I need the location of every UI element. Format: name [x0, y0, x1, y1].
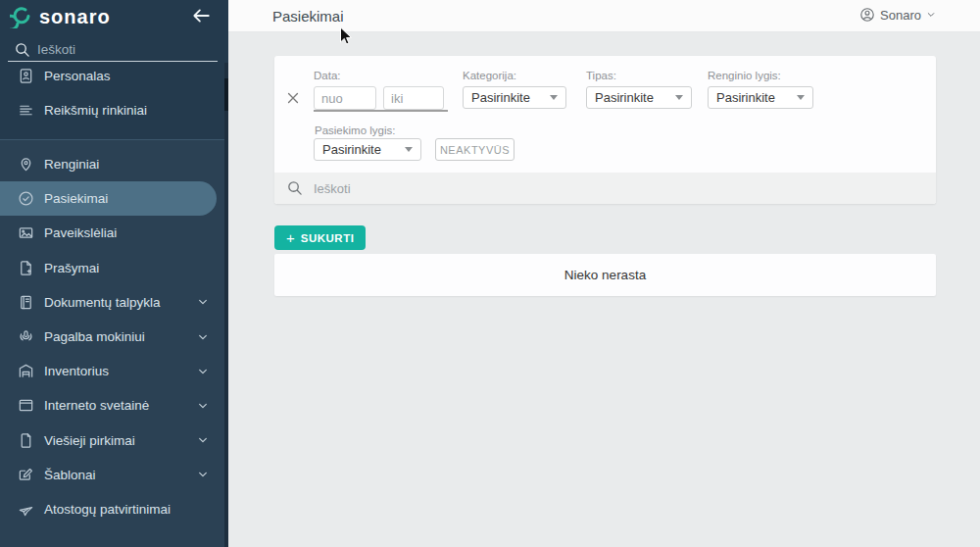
sidebar-item-label: Viešieji pirkimai [44, 433, 135, 448]
sidebar-scroll-upper: Personalas Reikšmių rinkiniai [0, 63, 224, 139]
search-underline [8, 61, 218, 62]
sidebar-item-paveiksleliai[interactable]: Paveikslėliai [0, 216, 224, 250]
check-circle-icon [18, 190, 34, 207]
app-window: sonaro Personalas Reikšmių rinkiniai Ren… [0, 0, 980, 547]
type-select-value: Pasirinkite [595, 90, 654, 105]
event-level-select-value: Pasirinkite [716, 90, 775, 105]
sidebar-item-label: Pasiekimai [44, 191, 108, 206]
warehouse-icon [18, 363, 34, 379]
user-menu[interactable]: Sonaro [859, 7, 936, 23]
sidebar-menu: Renginiai Pasiekimai Paveikslėliai Prašy… [0, 147, 224, 526]
sidebar-item-pasiekimai[interactable]: Pasiekimai [0, 181, 217, 216]
support-icon [18, 328, 34, 345]
user-name: Sonaro [880, 8, 921, 23]
id-badge-icon [18, 68, 34, 84]
date-range-group [314, 86, 444, 110]
sidebar-scrollbar-thumb[interactable] [224, 78, 228, 111]
caret-down-icon [550, 95, 558, 100]
date-from-input[interactable] [314, 86, 376, 110]
search-icon [14, 41, 30, 58]
achievement-level-select-value: Pasirinkite [322, 142, 381, 157]
caret-down-icon [675, 95, 683, 100]
chevron-down-icon [197, 366, 209, 377]
sidebar-item-sablonai[interactable]: Šablonai [0, 458, 224, 492]
image-icon [18, 224, 34, 241]
event-level-select[interactable]: Pasirinkite [708, 86, 813, 109]
sidebar-scrollbar-track[interactable] [224, 63, 228, 547]
sidebar-search-input[interactable] [37, 37, 214, 61]
category-select-value: Pasirinkite [471, 90, 530, 105]
filter-panel: Data: Kategorija: Pasirinkite Tipas: Pas… [274, 56, 936, 204]
sidebar-item-label: Reikšmių rinkiniai [44, 103, 147, 118]
sidebar-item-interneto-svetaine[interactable]: Interneto svetainė [0, 388, 224, 423]
category-select[interactable]: Pasirinkite [463, 86, 566, 109]
date-range-underline [314, 110, 448, 112]
chevron-down-icon [197, 331, 209, 343]
app-logo: sonaro [10, 5, 111, 28]
inactive-toggle-button[interactable]: NEAKTYVŪS [435, 138, 514, 161]
sidebar-item-prasymai[interactable]: Prašymai [0, 251, 224, 285]
achievement-level-filter-label: Pasiekimo lygis: [315, 124, 395, 136]
achievement-level-select[interactable]: Pasirinkite [314, 138, 421, 161]
sidebar-item-label: Personalas [44, 69, 111, 83]
date-to-input[interactable] [383, 86, 444, 110]
chevron-down-icon [197, 434, 209, 446]
edit-icon [18, 467, 34, 483]
document-icon [18, 432, 34, 449]
browser-icon [18, 397, 34, 414]
plus-icon: + [286, 230, 295, 245]
create-button[interactable]: + SUKURTI [274, 225, 366, 250]
sidebar-item-viesieji-pirkimai[interactable]: Viešieji pirkimai [0, 423, 224, 458]
sidebar-item-label: Šablonai [44, 468, 96, 482]
empty-state-message: Nieko nerasta [564, 268, 646, 282]
sidebar-item-label: Interneto svetainė [44, 398, 149, 413]
sidebar: sonaro Personalas Reikšmių rinkiniai Ren… [0, 0, 228, 547]
search-icon [286, 179, 303, 196]
content-area: Data: Kategorija: Pasirinkite Tipas: Pas… [228, 32, 980, 547]
chevron-down-icon [926, 10, 936, 20]
page-title: Pasiekimai [272, 8, 344, 25]
plane-icon [18, 501, 34, 518]
results-empty-card: Nieko nerasta [274, 254, 936, 296]
sidebar-divider [0, 139, 224, 140]
results-search-input[interactable] [314, 175, 902, 201]
results-search-bar[interactable] [274, 173, 936, 204]
caret-down-icon [405, 147, 413, 152]
sonaro-logo-icon [10, 5, 33, 28]
map-pin-icon [18, 156, 34, 173]
type-filter-label: Tipas: [586, 70, 616, 81]
chevron-down-icon [197, 469, 209, 480]
list-icon [18, 102, 34, 119]
notebook-icon [18, 294, 34, 311]
sidebar-item-atostogu-patvirtinimai[interactable]: Atostogų patvirtinimai [0, 492, 224, 526]
create-button-label: SUKURTI [301, 232, 355, 244]
event-level-filter-label: Renginio lygis: [708, 70, 781, 81]
caret-down-icon [797, 95, 805, 100]
collapse-sidebar-arrow-icon[interactable] [191, 6, 211, 25]
sidebar-search[interactable] [8, 37, 218, 63]
file-plus-icon [18, 260, 34, 276]
sidebar-item-dokumentu-talpykla[interactable]: Dokumentų talpykla [0, 285, 224, 320]
sidebar-item-pagalba-mokiniui[interactable]: Pagalba mokiniui [0, 320, 224, 354]
sidebar-item-label: Pagalba mokiniui [44, 329, 145, 344]
type-select[interactable]: Pasirinkite [586, 86, 692, 109]
logo-row: sonaro [0, 0, 228, 33]
sidebar-item-label: Dokumentų talpykla [44, 295, 161, 310]
chevron-down-icon [197, 400, 209, 412]
sidebar-item-renginiai[interactable]: Renginiai [0, 147, 224, 181]
sidebar-item-label: Prašymai [44, 261, 99, 275]
sidebar-item-label: Atostogų patvirtinimai [44, 502, 171, 517]
sidebar-item-label: Paveikslėliai [44, 225, 117, 240]
sidebar-item-label: Renginiai [44, 157, 99, 172]
topbar: Pasiekimai Sonaro [228, 0, 980, 32]
date-filter-label: Data: [314, 70, 341, 81]
sidebar-item-inventorius[interactable]: Inventorius [0, 354, 224, 388]
clear-filters-icon[interactable] [285, 90, 301, 106]
sidebar-item-label: Inventorius [44, 364, 109, 378]
user-circle-icon [859, 7, 875, 23]
category-filter-label: Kategorija: [463, 70, 516, 81]
chevron-down-icon [197, 296, 209, 308]
sidebar-item-reiksmiu-rinkiniai[interactable]: Reikšmių rinkiniai [0, 93, 224, 127]
logo-text: sonaro [39, 6, 111, 28]
sidebar-item-personalas[interactable]: Personalas [0, 63, 224, 93]
